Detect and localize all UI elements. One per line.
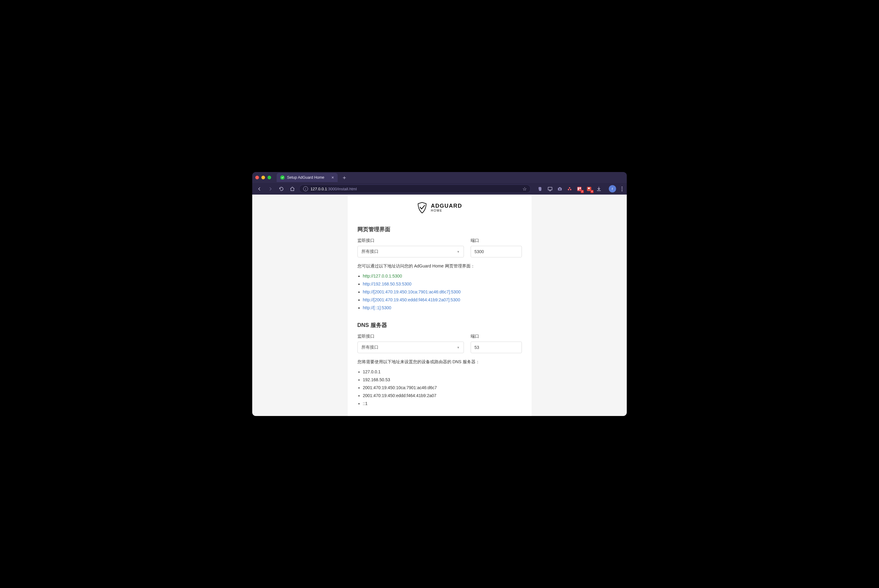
web-link[interactable]: http://[2001:470:19:450:eddd:f464:41b9:2…	[363, 297, 460, 302]
url-host: 127.0.0.1	[310, 187, 327, 191]
dns-interface-value: 所有接口	[362, 345, 378, 350]
page-viewport[interactable]: ADGUARD HOME 网页管理界面 监听接口 所有接口 ▼ 端口	[252, 195, 627, 416]
svg-point-6	[570, 189, 571, 190]
window-maximize[interactable]	[267, 176, 271, 179]
logo-brand: ADGUARD	[431, 203, 462, 208]
web-desc: 您可以通过以下地址访问您的 AdGuard Home 网页管理界面：	[357, 263, 522, 269]
dns-port-input[interactable]	[471, 342, 522, 353]
address-bar[interactable]: i 127.0.0.1:3000/install.html ☆	[299, 184, 531, 193]
list-item: http://[2001:470:19:450:eddd:f464:41b9:2…	[363, 296, 522, 304]
extension-flag-icon[interactable]: 4	[586, 185, 592, 192]
extension-badge: 2	[581, 190, 584, 193]
svg-rect-8	[578, 187, 579, 190]
web-links-list: http://127.0.0.1:5300 http://192.168.50.…	[357, 272, 522, 312]
list-item: http://192.168.50.53:5300	[363, 280, 522, 288]
adguard-logo: ADGUARD HOME	[357, 202, 522, 213]
list-item: 127.0.0.1	[363, 368, 522, 376]
extension-badge: 4	[591, 190, 594, 193]
web-config-row: 监听接口 所有接口 ▼ 端口	[357, 238, 522, 257]
extension-evernote-icon[interactable]	[537, 185, 543, 192]
web-port-field: 端口	[471, 238, 522, 257]
browser-window: Setup AdGuard Home × ＋ i 127.0.0.1:3000/…	[252, 172, 627, 416]
svg-point-2	[559, 189, 560, 190]
logo-text: ADGUARD HOME	[431, 203, 462, 212]
dns-address-list: 127.0.0.1 192.168.50.53 2001:470:19:450:…	[357, 368, 522, 408]
svg-point-4	[569, 187, 570, 189]
list-item: 192.168.50.53	[363, 376, 522, 384]
web-section-title: 网页管理界面	[357, 226, 522, 233]
window-close[interactable]	[255, 176, 259, 179]
bookmark-star-icon[interactable]: ☆	[522, 186, 527, 192]
extension-trello-icon[interactable]: 2	[576, 185, 582, 192]
dns-interface-select[interactable]: 所有接口 ▼	[357, 342, 464, 353]
extension-camera-icon[interactable]	[556, 185, 563, 192]
forward-button[interactable]	[266, 185, 274, 193]
extension-asana-icon[interactable]	[566, 185, 573, 192]
shield-icon	[417, 202, 427, 213]
window-minimize[interactable]	[261, 176, 265, 179]
logo-sub: HOME	[431, 209, 462, 212]
close-tab-icon[interactable]: ×	[332, 176, 334, 180]
web-link[interactable]: http://192.168.50.53:5300	[363, 282, 412, 286]
list-item: ::1	[363, 400, 522, 408]
dns-interface-field: 监听接口 所有接口 ▼	[357, 334, 464, 353]
nav-buttons	[255, 185, 296, 193]
new-tab-button[interactable]: ＋	[340, 173, 349, 182]
url-text: 127.0.0.1:3000/install.html	[310, 187, 357, 191]
extension-icons: 2 4	[537, 185, 602, 192]
browser-tab[interactable]: Setup AdGuard Home ×	[277, 173, 338, 182]
web-port-label: 端口	[471, 238, 522, 243]
web-link[interactable]: http://[2001:470:19:450:10ca:7901:ac46:d…	[363, 290, 461, 294]
chevron-down-icon: ▼	[457, 250, 460, 254]
web-link[interactable]: http://127.0.0.1:5300	[363, 274, 402, 279]
dns-port-field: 端口	[471, 334, 522, 353]
dns-interface-label: 监听接口	[357, 334, 464, 339]
home-button[interactable]	[288, 185, 296, 193]
svg-rect-3	[559, 187, 561, 188]
list-item: http://[2001:470:19:450:10ca:7901:ac46:d…	[363, 288, 522, 296]
url-path: :3000/install.html	[327, 187, 357, 191]
web-interface-field: 监听接口 所有接口 ▼	[357, 238, 464, 257]
favicon-shield-icon	[280, 176, 285, 180]
dns-desc: 您将需要使用以下地址来设置您的设备或路由器的 DNS 服务器：	[357, 358, 522, 365]
dns-port-label: 端口	[471, 334, 522, 339]
browser-toolbar: i 127.0.0.1:3000/install.html ☆ 2 4 r	[252, 183, 627, 195]
list-item: 2001:470:19:450:eddd:f464:41b9:2a07	[363, 392, 522, 400]
svg-rect-0	[548, 187, 552, 190]
list-item: 2001:470:19:450:10ca:7901:ac46:d6c7	[363, 384, 522, 392]
web-interface-select[interactable]: 所有接口 ▼	[357, 246, 464, 257]
browser-menu-icon[interactable]	[622, 187, 622, 191]
web-port-input[interactable]	[471, 246, 522, 257]
dns-config-row: 监听接口 所有接口 ▼ 端口	[357, 334, 522, 353]
chevron-down-icon: ▼	[457, 346, 460, 349]
web-interface-value: 所有接口	[362, 249, 378, 254]
site-info-icon[interactable]: i	[303, 186, 308, 191]
svg-rect-9	[579, 187, 581, 189]
web-link[interactable]: http://[::1]:5300	[363, 305, 391, 310]
downloads-icon[interactable]	[596, 185, 602, 192]
back-button[interactable]	[255, 185, 263, 193]
reload-button[interactable]	[277, 185, 285, 193]
list-item: http://127.0.0.1:5300	[363, 272, 522, 280]
list-item: http://[::1]:5300	[363, 304, 522, 312]
tab-title: Setup AdGuard Home	[287, 176, 324, 180]
profile-avatar[interactable]: r	[609, 185, 616, 192]
dns-section-title: DNS 服务器	[357, 321, 522, 329]
tab-bar: Setup AdGuard Home × ＋	[252, 172, 627, 183]
web-interface-label: 监听接口	[357, 238, 464, 243]
svg-point-5	[568, 189, 569, 190]
setup-card: ADGUARD HOME 网页管理界面 监听接口 所有接口 ▼ 端口	[348, 195, 532, 416]
traffic-lights	[255, 176, 271, 179]
extension-monitor-icon[interactable]	[546, 185, 553, 192]
